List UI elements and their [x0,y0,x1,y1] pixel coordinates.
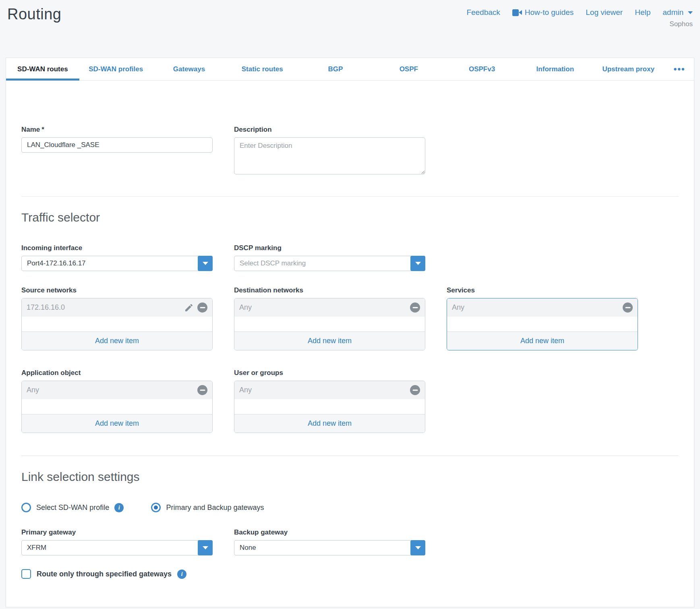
list-item: Any [234,298,425,317]
source-networks-group: Source networks 172.16.16.0 Add new item [21,286,213,350]
source-networks-listbox: 172.16.16.0 Add new item [21,298,213,350]
user-or-groups-listbox: Any Add new item [234,381,425,433]
remove-icon[interactable] [410,385,420,395]
application-object-add-button[interactable]: Add new item [22,414,212,433]
info-icon[interactable]: i [114,503,124,512]
chevron-down-icon[interactable] [198,256,213,271]
log-viewer-link[interactable]: Log viewer [586,8,623,17]
radio-select-sd-wan-profile[interactable]: Select SD-WAN profile i [21,503,124,512]
tabs-overflow-menu[interactable]: ••• [665,58,694,80]
radio-label: Select SD-WAN profile [36,503,109,512]
incoming-interface-value: Port4-172.16.16.17 [22,259,198,267]
list-item: Any [22,381,212,399]
application-object-value: Any [27,386,194,394]
backup-gateway-select[interactable]: None [234,540,425,555]
remove-icon[interactable] [623,302,633,313]
feedback-link[interactable]: Feedback [466,8,500,17]
route-only-row: Route only through specified gateways i [21,569,679,579]
list-item: Any [447,298,638,317]
source-networks-label: Source networks [21,286,213,294]
application-object-group: Application object Any Add new item [21,369,213,433]
incoming-interface-label: Incoming interface [21,244,213,252]
tab-gateways[interactable]: Gateways [153,58,226,80]
chevron-down-icon[interactable] [410,256,425,271]
dscp-marking-select[interactable]: Select DSCP marking [234,256,425,271]
primary-gateway-select[interactable]: XFRM [21,540,213,555]
tab-upstream-proxy[interactable]: Upstream proxy [592,58,665,80]
services-add-button[interactable]: Add new item [447,331,638,350]
name-field-group: Name* [21,126,213,176]
list-item: 172.16.16.0 [22,298,212,317]
tab-bgp[interactable]: BGP [299,58,372,80]
application-object-label: Application object [21,369,213,377]
org-name: Sophos [466,20,693,28]
service-value: Any [452,303,619,312]
services-label: Services [447,286,638,294]
video-camera-icon [512,9,522,16]
services-group: Services Any Add new item [447,286,638,350]
dscp-marking-label: DSCP marking [234,244,425,252]
destination-networks-listbox: Any Add new item [234,298,425,350]
edit-icon[interactable] [184,303,194,313]
description-field-group: Description [234,126,425,176]
source-network-value: 172.16.16.0 [27,303,180,312]
backup-gateway-label: Backup gateway [234,528,425,536]
incoming-interface-select[interactable]: Port4-172.16.16.17 [21,256,213,271]
remove-icon[interactable] [197,385,207,395]
sd-wan-route-form-panel: Name* Description Traffic selector Incom… [6,81,694,607]
primary-gateway-group: Primary gateway XFRM [21,528,213,555]
tab-ospf[interactable]: OSPF [372,58,445,80]
backup-gateway-group: Backup gateway None [234,528,425,555]
traffic-selector-heading: Traffic selector [21,209,679,226]
application-object-listbox: Any Add new item [21,381,213,433]
name-input[interactable] [21,137,213,153]
tab-information[interactable]: Information [518,58,592,80]
header-links: Feedback How-to guides Log viewer Help a… [466,8,693,17]
radio-primary-backup-gateways[interactable]: Primary and Backup gateways [151,503,264,512]
user-or-groups-add-button[interactable]: Add new item [234,414,425,433]
routing-tabbar: SD-WAN routes SD-WAN profiles Gateways S… [6,58,694,81]
required-marker: * [41,126,44,133]
dscp-marking-placeholder: Select DSCP marking [234,259,410,267]
incoming-interface-group: Incoming interface Port4-172.16.16.17 [21,244,213,271]
chevron-down-icon[interactable] [198,540,213,555]
dscp-marking-group: DSCP marking Select DSCP marking [234,244,425,271]
admin-menu[interactable]: admin [663,8,693,17]
user-or-groups-group: User or groups Any Add new item [234,369,425,433]
destination-networks-label: Destination networks [234,286,425,294]
description-label: Description [234,126,425,134]
page-title: Routing [7,6,61,58]
link-selection-heading: Link selection settings [21,469,679,485]
tab-sd-wan-profiles[interactable]: SD-WAN profiles [79,58,153,80]
chevron-down-icon[interactable] [410,540,425,555]
route-only-checkbox[interactable] [21,569,31,579]
remove-icon[interactable] [197,302,207,313]
tab-sd-wan-routes[interactable]: SD-WAN routes [6,58,79,80]
user-or-groups-value: Any [239,386,406,394]
tab-ospfv3[interactable]: OSPFv3 [445,58,519,80]
caret-down-icon [688,11,693,14]
destination-networks-group: Destination networks Any Add new item [234,286,425,350]
destination-network-value: Any [239,303,406,312]
name-label: Name* [21,126,213,134]
user-or-groups-label: User or groups [234,369,425,377]
remove-icon[interactable] [410,302,420,313]
list-item: Any [234,381,425,399]
primary-gateway-label: Primary gateway [21,528,213,536]
info-icon[interactable]: i [177,570,186,579]
primary-gateway-value: XFRM [22,544,198,552]
destination-networks-add-button[interactable]: Add new item [234,331,425,350]
description-textarea[interactable] [234,137,425,174]
section-divider [21,456,679,456]
how-to-guides-link[interactable]: How-to guides [512,8,574,17]
services-listbox: Any Add new item [447,298,638,350]
radio-icon[interactable] [151,503,161,512]
page-header: Routing Feedback How-to guides Log viewe… [0,0,700,58]
route-only-label: Route only through specified gateways [37,570,172,578]
radio-icon[interactable] [21,503,31,512]
source-networks-add-button[interactable]: Add new item [22,331,212,350]
link-selection-options: Select SD-WAN profile i Primary and Back… [21,503,679,512]
backup-gateway-value: None [234,544,410,552]
help-link[interactable]: Help [635,8,650,17]
tab-static-routes[interactable]: Static routes [226,58,299,80]
